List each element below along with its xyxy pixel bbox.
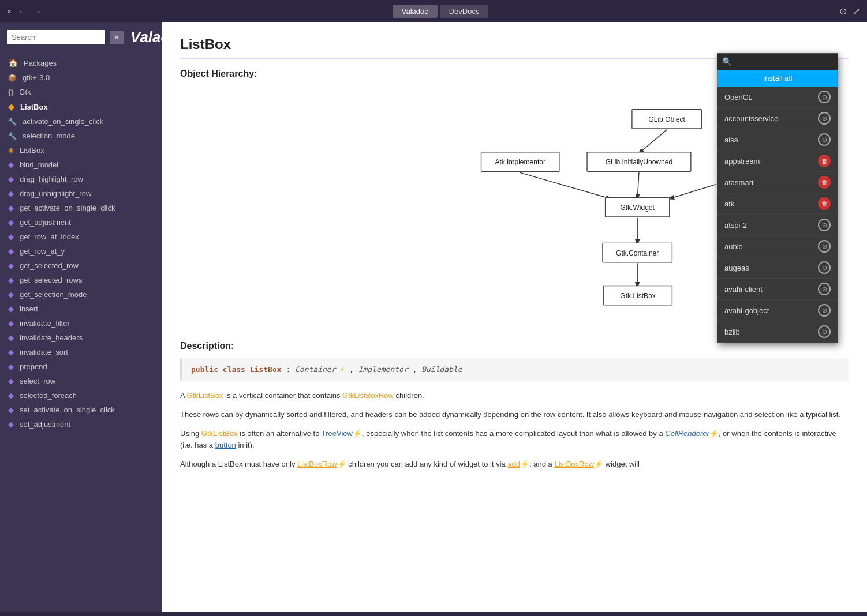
type-buildable[interactable]: Buildable bbox=[421, 365, 462, 374]
nav-label: invalidate_filter bbox=[20, 319, 70, 328]
dropdown-item-action-icon[interactable]: ⊙ bbox=[818, 133, 831, 146]
dropdown-item-action-icon[interactable]: 🗑 bbox=[818, 155, 831, 167]
nav-label: Gtk bbox=[19, 88, 31, 96]
dropdown-item-name: alsa bbox=[724, 136, 738, 144]
dropdown-item-name: bzlib bbox=[724, 328, 740, 336]
sidebar-item-25[interactable]: ◆set_adjustment bbox=[0, 417, 162, 431]
sidebar-item-1[interactable]: 📦gtk+-3.0 bbox=[0, 70, 162, 85]
nav-label: set_activate_on_single_click bbox=[20, 405, 115, 414]
sidebar-item-15[interactable]: ◆get_selected_rows bbox=[0, 273, 162, 287]
link-listboxrow-2[interactable]: ListBoxRow bbox=[554, 460, 594, 468]
link-add[interactable]: add bbox=[507, 460, 520, 468]
sidebar-item-6[interactable]: ◈ListBox bbox=[0, 143, 162, 157]
dropdown-item-action-icon[interactable]: ⊙ bbox=[818, 261, 831, 274]
sidebar-item-5[interactable]: 🔧selection_mode bbox=[0, 129, 162, 143]
search-button[interactable]: ✕ bbox=[110, 31, 124, 44]
dropdown-item-4[interactable]: atasmart 🗑 bbox=[717, 172, 838, 193]
dropdown-item-1[interactable]: accountsservice ⊙ bbox=[717, 108, 838, 129]
link-gtklistbox-2[interactable]: GtkListBox bbox=[201, 429, 238, 438]
sidebar-item-4[interactable]: 🔧activate_on_single_click bbox=[0, 114, 162, 129]
sidebar-item-14[interactable]: ◆get_selected_row bbox=[0, 258, 162, 273]
dropdown-item-name: atk bbox=[724, 200, 734, 208]
link-button[interactable]: button bbox=[215, 441, 236, 449]
dropdown-item-action-icon[interactable]: 🗑 bbox=[818, 176, 831, 189]
sidebar-item-13[interactable]: ◆get_row_at_y bbox=[0, 244, 162, 258]
dropdown-item-action-icon[interactable]: ⊙ bbox=[818, 112, 831, 125]
dropdown-item-action-icon[interactable]: ⊙ bbox=[818, 240, 831, 253]
dropdown-item-action-icon[interactable]: ⊙ bbox=[818, 283, 831, 295]
nav-label: insert bbox=[20, 305, 38, 313]
nav-label: activate_on_single_click bbox=[23, 117, 103, 126]
nav-label: select_row bbox=[20, 377, 55, 385]
dropdown-item-10[interactable]: avahi-gobject ⊙ bbox=[717, 300, 838, 321]
sidebar-item-17[interactable]: ◆insert bbox=[0, 302, 162, 316]
sidebar-item-19[interactable]: ◆invalidate_headers bbox=[0, 330, 162, 345]
dropdown-item-6[interactable]: atspi-2 ⊙ bbox=[717, 215, 838, 236]
dropdown-item-action-icon[interactable]: ⊙ bbox=[818, 219, 831, 231]
sidebar-item-22[interactable]: ◆select_row bbox=[0, 374, 162, 388]
sidebar-item-23[interactable]: ◆selected_foreach bbox=[0, 388, 162, 403]
svg-text:GLib.Object: GLib.Object bbox=[648, 115, 685, 123]
dropdown-item-7[interactable]: aubio ⊙ bbox=[717, 236, 838, 257]
sidebar-item-18[interactable]: ◆invalidate_filter bbox=[0, 316, 162, 330]
dropdown-item-name: OpenCL bbox=[724, 93, 752, 102]
dropdown-item-3[interactable]: appstream 🗑 bbox=[717, 151, 838, 172]
link-listboxrow[interactable]: ListBoxRow bbox=[297, 460, 337, 468]
sidebar-item-11[interactable]: ◆get_adjustment bbox=[0, 215, 162, 230]
sidebar-item-7[interactable]: ◆bind_model bbox=[0, 157, 162, 172]
sidebar-item-20[interactable]: ◆invalidate_sort bbox=[0, 345, 162, 359]
dropdown-item-5[interactable]: atk 🗑 bbox=[717, 193, 838, 215]
nav-label: get_selection_mode bbox=[20, 290, 87, 299]
sidebar-item-21[interactable]: ◆prepend bbox=[0, 359, 162, 374]
nav-label: get_row_at_y bbox=[20, 247, 65, 256]
nav-label: get_adjustment bbox=[20, 218, 71, 227]
close-button[interactable]: × bbox=[7, 7, 12, 16]
type-container[interactable]: Container bbox=[295, 365, 335, 374]
method-diamond-icon: ◆ bbox=[8, 405, 14, 414]
sidebar-item-12[interactable]: ◆get_row_at_index bbox=[0, 230, 162, 244]
sidebar-item-0[interactable]: 🏠Packages bbox=[0, 55, 162, 70]
dropdown-item-11[interactable]: bzlib ⊙ bbox=[717, 321, 838, 343]
dropdown-item-action-icon[interactable]: ⊙ bbox=[818, 91, 831, 103]
svg-text:Atk.Implementor: Atk.Implementor bbox=[495, 158, 545, 166]
link-treeview[interactable]: TreeView bbox=[322, 429, 353, 438]
link-gtklistbox[interactable]: GtkListBox bbox=[187, 391, 223, 400]
dropdown-item-8[interactable]: augeas ⊙ bbox=[717, 257, 838, 279]
nav-label: set_adjustment bbox=[20, 420, 70, 429]
sidebar-item-3[interactable]: ◆ListBox bbox=[0, 99, 162, 114]
sidebar-item-9[interactable]: ◆drag_unhighlight_row bbox=[0, 186, 162, 201]
back-button[interactable]: ← bbox=[17, 6, 27, 17]
tab-devdocs[interactable]: DevDocs bbox=[440, 5, 489, 18]
type-implementor[interactable]: Implementor bbox=[358, 365, 408, 374]
install-all-button[interactable]: Install all bbox=[717, 70, 838, 87]
fullscreen-icon[interactable]: ⤢ bbox=[853, 6, 860, 17]
sidebar-item-24[interactable]: ◆set_activate_on_single_click bbox=[0, 403, 162, 417]
link-cellrenderer[interactable]: CellRenderer bbox=[665, 429, 709, 438]
method-diamond-icon: ◆ bbox=[8, 290, 14, 299]
nav-label: selection_mode bbox=[23, 132, 75, 140]
download-icon[interactable]: ⊙ bbox=[839, 6, 847, 17]
svg-text:GLib.InitiallyUnowned: GLib.InitiallyUnowned bbox=[606, 158, 672, 166]
sidebar-item-16[interactable]: ◆get_selection_mode bbox=[0, 287, 162, 302]
dropdown-search-input[interactable] bbox=[735, 58, 833, 66]
dropdown-item-action-icon[interactable]: ⊙ bbox=[818, 325, 831, 338]
method-diamond-icon: ◆ bbox=[8, 232, 14, 241]
link-gtklistboxrow-1[interactable]: GtkListBoxRow bbox=[342, 391, 394, 400]
sidebar-item-2[interactable]: {}Gtk bbox=[0, 85, 162, 99]
sidebar-item-10[interactable]: ◆get_activate_on_single_click bbox=[0, 201, 162, 215]
dropdown-item-2[interactable]: alsa ⊙ bbox=[717, 129, 838, 151]
forward-button[interactable]: → bbox=[32, 6, 42, 17]
dropdown-item-action-icon[interactable]: 🗑 bbox=[818, 197, 831, 210]
svg-text:Gtk.Container: Gtk.Container bbox=[616, 249, 659, 257]
browser-icons: ⊙ ⤢ bbox=[839, 6, 860, 17]
method-diamond-icon: ◆ bbox=[8, 348, 14, 356]
dropdown-search-icon: 🔍 bbox=[722, 57, 732, 66]
dropdown-item-9[interactable]: avahi-client ⊙ bbox=[717, 279, 838, 300]
sidebar-item-8[interactable]: ◆drag_highlight_row bbox=[0, 172, 162, 186]
dropdown-item-action-icon[interactable]: ⊙ bbox=[818, 304, 831, 317]
dropdown-item-0[interactable]: OpenCL ⊙ bbox=[717, 87, 838, 108]
tab-valadoc[interactable]: Valadoc bbox=[393, 5, 438, 18]
dropdown-list: OpenCL ⊙ accountsservice ⊙ alsa ⊙ appstr… bbox=[717, 87, 838, 343]
hierarchy-svg: GLib.Object Atk.Implementor GLib.Initial… bbox=[312, 100, 716, 319]
search-input[interactable] bbox=[7, 30, 105, 44]
